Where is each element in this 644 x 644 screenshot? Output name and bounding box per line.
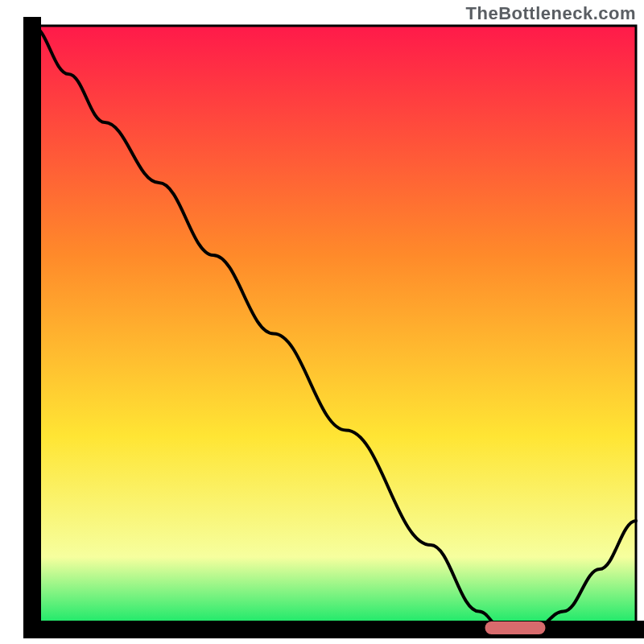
optimal-zone-marker — [485, 621, 546, 634]
chart-container: TheBottleneck.com — [0, 0, 644, 644]
gradient-background — [32, 26, 636, 630]
bottleneck-chart — [0, 0, 644, 644]
watermark-text: TheBottleneck.com — [466, 3, 636, 24]
